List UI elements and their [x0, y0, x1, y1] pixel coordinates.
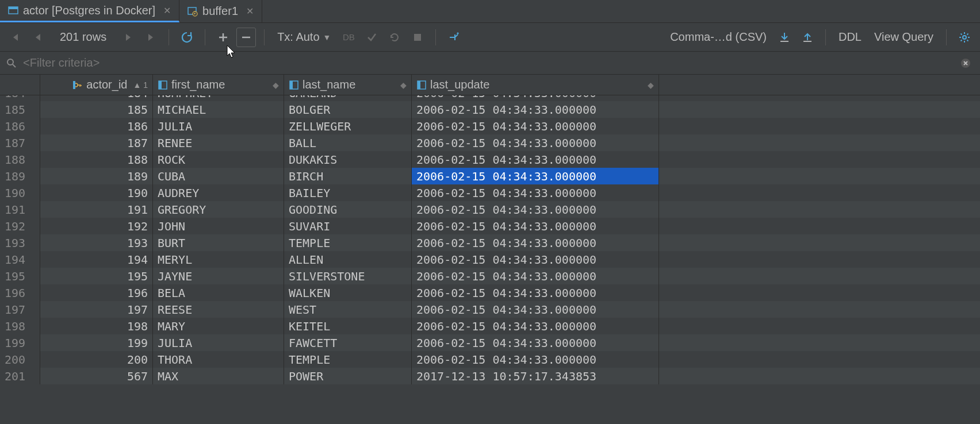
remove-row-button[interactable]	[236, 28, 256, 47]
column-header-first-name[interactable]: first_name ◆	[153, 75, 284, 95]
table-row[interactable]: 197197REESEWEST2006-02-15 04:34:33.00000…	[0, 301, 980, 318]
table-row[interactable]: 184184HUMPHREYGARLAND2006-02-15 04:34:33…	[0, 95, 980, 101]
cell[interactable]: CUBA	[153, 168, 284, 184]
cell[interactable]: 2006-02-15 04:34:33.000000	[412, 201, 659, 218]
row-gutter[interactable]: 191	[0, 201, 40, 218]
cell[interactable]: 2006-02-15 04:34:33.000000	[412, 168, 659, 184]
cell[interactable]: 2006-02-15 04:34:33.000000	[412, 301, 659, 318]
cell[interactable]: 200	[40, 351, 153, 368]
row-gutter[interactable]: 199	[0, 334, 40, 351]
cell[interactable]: JAYNE	[153, 268, 284, 284]
row-gutter[interactable]: 194	[0, 251, 40, 268]
cell[interactable]: 2006-02-15 04:34:33.000000	[412, 334, 659, 351]
table-row[interactable]: 198198MARYKEITEL2006-02-15 04:34:33.0000…	[0, 318, 980, 334]
cell[interactable]: 567	[40, 368, 153, 384]
cell[interactable]: 195	[40, 268, 153, 284]
cell[interactable]: AUDREY	[153, 184, 284, 201]
row-gutter[interactable]: 195	[0, 268, 40, 284]
import-up-button[interactable]	[798, 28, 817, 47]
stop-button[interactable]	[408, 28, 427, 47]
table-row[interactable]: 186186JULIAZELLWEGER2006-02-15 04:34:33.…	[0, 118, 980, 134]
table-row[interactable]: 200200THORATEMPLE2006-02-15 04:34:33.000…	[0, 351, 980, 368]
cell[interactable]: GREGORY	[153, 201, 284, 218]
db-button[interactable]: DB	[339, 28, 358, 47]
cell[interactable]: MICHAEL	[153, 101, 284, 118]
cell[interactable]: 194	[40, 251, 153, 268]
cell[interactable]: REESE	[153, 301, 284, 318]
prev-page-button[interactable]	[29, 28, 48, 47]
cell[interactable]: 2006-02-15 04:34:33.000000	[412, 318, 659, 334]
table-row[interactable]: 195195JAYNESILVERSTONE2006-02-15 04:34:3…	[0, 268, 980, 284]
cell[interactable]: 185	[40, 101, 153, 118]
cell[interactable]: DUKAKIS	[284, 151, 412, 168]
cell[interactable]: 2006-02-15 04:34:33.000000	[412, 268, 659, 284]
cell[interactable]: 2006-02-15 04:34:33.000000	[412, 118, 659, 134]
row-gutter[interactable]: 198	[0, 318, 40, 334]
cell[interactable]: 184	[40, 95, 153, 101]
tx-mode-dropdown[interactable]: Tx: Auto ▼	[273, 30, 335, 44]
cell[interactable]: SILVERSTONE	[284, 268, 412, 284]
cell[interactable]: BURT	[153, 234, 284, 251]
filter-input[interactable]	[23, 56, 951, 70]
cell[interactable]: 192	[40, 218, 153, 234]
cell[interactable]: SUVARI	[284, 218, 412, 234]
add-row-button[interactable]	[213, 28, 233, 47]
cell[interactable]: 2006-02-15 04:34:33.000000	[412, 151, 659, 168]
cell[interactable]: 189	[40, 168, 153, 184]
last-page-button[interactable]	[141, 28, 160, 47]
table-row[interactable]: 196196BELAWALKEN2006-02-15 04:34:33.0000…	[0, 284, 980, 301]
table-row[interactable]: 188188ROCKDUKAKIS2006-02-15 04:34:33.000…	[0, 151, 980, 168]
next-page-button[interactable]	[118, 28, 137, 47]
cell[interactable]: BOLGER	[284, 101, 412, 118]
cell[interactable]: 2006-02-15 04:34:33.000000	[412, 351, 659, 368]
export-down-button[interactable]	[775, 28, 794, 47]
table-row[interactable]: 189189CUBABIRCH2006-02-15 04:34:33.00000…	[0, 168, 980, 184]
row-gutter[interactable]: 197	[0, 301, 40, 318]
row-gutter[interactable]: 192	[0, 218, 40, 234]
row-gutter[interactable]: 200	[0, 351, 40, 368]
cell[interactable]: KEITEL	[284, 318, 412, 334]
cell[interactable]: 186	[40, 118, 153, 134]
cell[interactable]: GARLAND	[284, 95, 412, 101]
cell[interactable]: 191	[40, 201, 153, 218]
cell[interactable]: 2006-02-15 04:34:33.000000	[412, 101, 659, 118]
table-row[interactable]: 191191GREGORYGOODING2006-02-15 04:34:33.…	[0, 201, 980, 218]
cell[interactable]: RENEE	[153, 134, 284, 151]
cell[interactable]: JULIA	[153, 118, 284, 134]
tab-actor[interactable]: actor [Postgres in Docker] ✕	[0, 0, 179, 22]
cell[interactable]: 190	[40, 184, 153, 201]
clear-filter-icon[interactable]	[957, 58, 974, 68]
cell[interactable]: BIRCH	[284, 168, 412, 184]
cell[interactable]: 187	[40, 134, 153, 151]
row-gutter[interactable]: 187	[0, 134, 40, 151]
row-gutter[interactable]: 189	[0, 168, 40, 184]
table-row[interactable]: 193193BURTTEMPLE2006-02-15 04:34:33.0000…	[0, 234, 980, 251]
cell[interactable]: ZELLWEGER	[284, 118, 412, 134]
cell[interactable]: MAX	[153, 368, 284, 384]
first-page-button[interactable]	[6, 28, 25, 47]
ddl-button[interactable]: DDL	[834, 30, 866, 44]
row-gutter[interactable]: 196	[0, 284, 40, 301]
cell[interactable]: WEST	[284, 301, 412, 318]
cell[interactable]: HUMPHREY	[153, 95, 284, 101]
column-header-last-update[interactable]: last_update ◆	[412, 75, 659, 95]
cell[interactable]: 2006-02-15 04:34:33.000000	[412, 134, 659, 151]
cell[interactable]: 198	[40, 318, 153, 334]
cell[interactable]: 2006-02-15 04:34:33.000000	[412, 184, 659, 201]
pin-button[interactable]	[444, 28, 464, 47]
cell[interactable]: 2006-02-15 04:34:33.000000	[412, 234, 659, 251]
row-gutter[interactable]: 201	[0, 368, 40, 384]
row-gutter[interactable]: 193	[0, 234, 40, 251]
cell[interactable]: THORA	[153, 351, 284, 368]
cell[interactable]: JOHN	[153, 218, 284, 234]
table-row[interactable]: 192192JOHNSUVARI2006-02-15 04:34:33.0000…	[0, 218, 980, 234]
row-gutter[interactable]: 190	[0, 184, 40, 201]
cell[interactable]: MARY	[153, 318, 284, 334]
cell[interactable]: MERYL	[153, 251, 284, 268]
close-icon[interactable]: ✕	[163, 5, 171, 16]
table-row[interactable]: 187187RENEEBALL2006-02-15 04:34:33.00000…	[0, 134, 980, 151]
table-row[interactable]: 194194MERYLALLEN2006-02-15 04:34:33.0000…	[0, 251, 980, 268]
cell[interactable]: BELA	[153, 284, 284, 301]
column-header-last-name[interactable]: last_name ◆	[284, 75, 412, 95]
table-row[interactable]: 199199JULIAFAWCETT2006-02-15 04:34:33.00…	[0, 334, 980, 351]
